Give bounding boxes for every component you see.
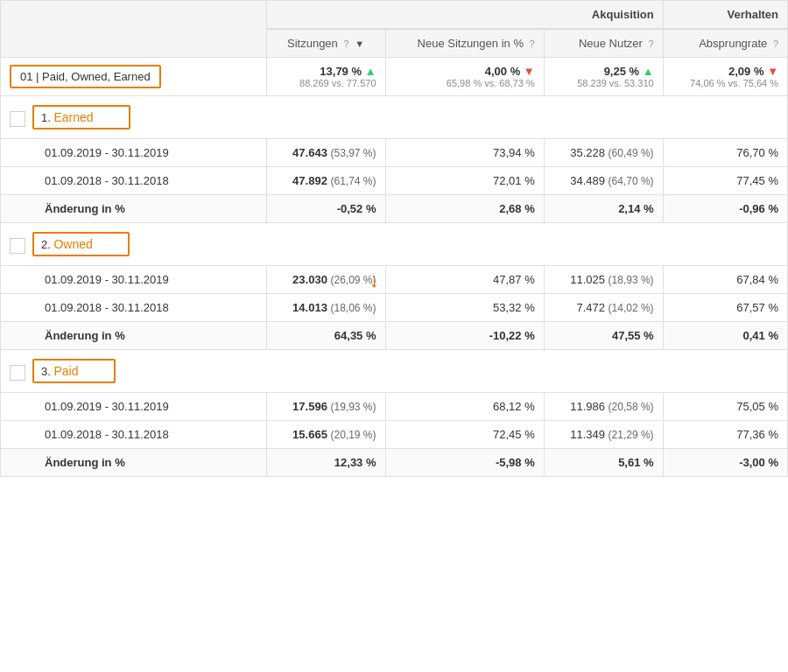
summary-neue-nutzer: 9,25 % ▲ 58.239 vs. 53.310: [544, 58, 663, 96]
sort-icon[interactable]: ▼: [355, 38, 364, 49]
row-neue-nutzer-2-1: 11.349 (21,29 %): [544, 421, 663, 449]
absprungrate-down-icon: ▼: [767, 65, 778, 78]
row-label-2-0: 01.09.2019 - 30.11.2019: [1, 393, 267, 421]
row-label-1-0: 01.09.2019 - 30.11.2019: [1, 266, 267, 294]
change-row-2: Änderung in %12,33 %-5,98 %5,61 %-3,00 %: [1, 449, 788, 477]
col-absprungrate: Absprungrate ?: [663, 29, 787, 58]
change-neue_nutzer-2: 5,61 %: [544, 449, 663, 477]
change-absprungrate-0: -0,96 %: [663, 195, 787, 223]
row-neue-sitzungen-1-1: 53,32 %: [385, 294, 544, 322]
change-sitzungen-1: 64,35 %: [266, 322, 385, 350]
header-akquisition: Akquisition: [266, 1, 663, 30]
change-absprungrate-2: -3,00 %: [663, 449, 787, 477]
row-neue-sitzungen-2-0: 68,12 %: [385, 393, 544, 421]
main-title: 01 | Paid, Owned, Earned: [10, 65, 161, 88]
section-title-cell-0: 1. Earned: [1, 96, 788, 139]
section-title-text-1: Owned: [53, 237, 92, 251]
row-neue-nutzer-0-0: 35.228 (60,49 %): [544, 139, 663, 167]
row-sitzungen-1-1: 14.013 (18,06 %): [266, 294, 385, 322]
change-neue_sitzungen-2: -5,98 %: [385, 449, 544, 477]
section-title-cell-2: 3. Paid: [1, 350, 788, 393]
section-title-box-1: 2. Owned: [32, 232, 130, 256]
data-row-2-1: 01.09.2018 - 30.11.201815.665 (20,19 %)7…: [1, 421, 788, 449]
section-title-box-2: 3. Paid: [32, 359, 116, 383]
col-sitzungen: Sitzungen ? ▼: [266, 29, 385, 58]
summary-sitzungen: 13,79 % ▲ 88.269 vs. 77.570: [266, 58, 385, 96]
data-row-1-1: 01.09.2018 - 30.11.201814.013 (18,06 %)5…: [1, 294, 788, 322]
row-label-0-1: 01.09.2018 - 30.11.2018: [1, 167, 267, 195]
row-absprungrate-0-0: 76,70 %: [663, 139, 787, 167]
row-label-2-1: 01.09.2018 - 30.11.2018: [1, 421, 267, 449]
neue-nutzer-up-icon: ▲: [643, 65, 654, 78]
section-checkbox-1[interactable]: [10, 238, 25, 254]
data-row-2-0: 01.09.2019 - 30.11.201917.596 (19,93 %)6…: [1, 393, 788, 421]
change-absprungrate-1: 0,41 %: [663, 322, 787, 350]
sitzungen-help-icon[interactable]: ?: [343, 38, 348, 49]
change-sitzungen-0: -0,52 %: [266, 195, 385, 223]
section-title-box-0: 1. Earned: [32, 105, 130, 130]
row-neue-sitzungen-1-0: 47,87 %: [385, 266, 544, 294]
section-title-text-2: Paid: [53, 364, 78, 378]
section-checkbox-0[interactable]: [10, 111, 25, 127]
row-sitzungen-1-0: 23.030 (26,09 %)↓: [266, 266, 385, 294]
row-label-1-1: 01.09.2018 - 30.11.2018: [1, 294, 267, 322]
row-neue-sitzungen-0-0: 73,94 %: [385, 139, 544, 167]
row-sitzungen-0-0: 47.643 (53,97 %): [266, 139, 385, 167]
row-absprungrate-1-1: 67,57 %: [663, 294, 787, 322]
sitzungen-up-icon: ▲: [365, 65, 376, 78]
row-absprungrate-0-1: 77,45 %: [663, 167, 787, 195]
change-neue_sitzungen-1: -10,22 %: [385, 322, 544, 350]
col-neue-sitzungen: Neue Sitzungen in % ?: [385, 29, 544, 58]
section-number-0: 1.: [41, 111, 53, 124]
neue-sitzungen-help-icon[interactable]: ?: [530, 38, 535, 49]
col-neue-nutzer: Neue Nutzer ?: [544, 29, 663, 58]
change-row-1: Änderung in %64,35 %-10,22 %47,55 %0,41 …: [1, 322, 788, 350]
row-neue-sitzungen-2-1: 72,45 %: [385, 421, 544, 449]
data-row-0-0: 01.09.2019 - 30.11.201947.643 (53,97 %)7…: [1, 139, 788, 167]
row-sitzungen-0-1: 47.892 (61,74 %): [266, 167, 385, 195]
section-title-cell-1: 2. Owned: [1, 223, 788, 266]
row-absprungrate-1-0: 67,84 %: [663, 266, 787, 294]
section-number-1: 2.: [41, 238, 53, 251]
header-verhalten: Verhalten: [663, 1, 787, 30]
neue-sitzungen-down-icon: ▼: [524, 65, 535, 78]
main-title-cell: 01 | Paid, Owned, Earned: [1, 58, 267, 96]
change-sitzungen-2: 12,33 %: [266, 449, 385, 477]
section-title-text-0: Earned: [53, 110, 93, 124]
section-row-1: 2. Owned: [1, 223, 788, 266]
absprungrate-help-icon[interactable]: ?: [773, 38, 778, 49]
change-neue_nutzer-0: 2,14 %: [544, 195, 663, 223]
row-neue-nutzer-1-0: 11.025 (18,93 %): [544, 266, 663, 294]
data-row-1-0: 01.09.2019 - 30.11.201923.030 (26,09 %)↓…: [1, 266, 788, 294]
col-header-label: [1, 1, 267, 58]
change-row-0: Änderung in %-0,52 %2,68 %2,14 %-0,96 %: [1, 195, 788, 223]
section-checkbox-2[interactable]: [10, 365, 25, 381]
row-absprungrate-2-1: 77,36 %: [663, 421, 787, 449]
change-label-1: Änderung in %: [1, 322, 267, 350]
row-neue-nutzer-0-1: 34.489 (64,70 %): [544, 167, 663, 195]
change-label-2: Änderung in %: [1, 449, 267, 477]
section-row-0: 1. Earned: [1, 96, 788, 139]
row-label-0-0: 01.09.2019 - 30.11.2019: [1, 139, 267, 167]
section-row-2: 3. Paid: [1, 350, 788, 393]
row-neue-sitzungen-0-1: 72,01 %: [385, 167, 544, 195]
row-neue-nutzer-1-1: 7.472 (14,02 %): [544, 294, 663, 322]
row-absprungrate-2-0: 75,05 %: [663, 393, 787, 421]
change-label-0: Änderung in %: [1, 195, 267, 223]
summary-neue-sitzungen: 4,00 % ▼ 65,98 % vs. 68,73 %: [385, 58, 544, 96]
section-number-2: 3.: [41, 365, 53, 378]
main-title-row: 01 | Paid, Owned, Earned 13,79 % ▲ 88.26…: [1, 58, 788, 96]
change-neue_sitzungen-0: 2,68 %: [385, 195, 544, 223]
summary-absprungrate: 2,09 % ▼ 74,06 % vs. 75,64 %: [663, 58, 787, 96]
change-neue_nutzer-1: 47,55 %: [544, 322, 663, 350]
orange-arrow-icon: ↓: [369, 268, 380, 292]
row-sitzungen-2-0: 17.596 (19,93 %): [266, 393, 385, 421]
data-row-0-1: 01.09.2018 - 30.11.201847.892 (61,74 %)7…: [1, 167, 788, 195]
neue-nutzer-help-icon[interactable]: ?: [649, 38, 654, 49]
row-neue-nutzer-2-0: 11.986 (20,58 %): [544, 393, 663, 421]
row-sitzungen-2-1: 15.665 (20,19 %): [266, 421, 385, 449]
